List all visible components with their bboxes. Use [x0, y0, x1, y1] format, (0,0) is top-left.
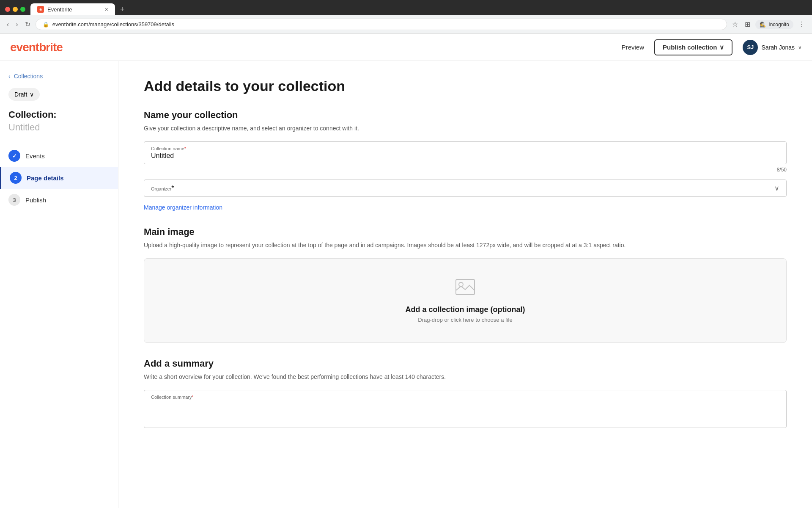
publish-chevron-icon: ∨ [719, 44, 724, 51]
summary-label: Collection summary* [151, 395, 779, 400]
step-circle-publish: 3 [8, 194, 20, 206]
user-menu[interactable]: SJ Sarah Jonas ∨ [743, 40, 802, 55]
back-arrow-icon: ‹ [8, 73, 11, 80]
sidebar-item-events[interactable]: ✓ Events [0, 145, 118, 167]
incognito-icon: 🕵 [760, 22, 766, 28]
step-circle-events: ✓ [8, 150, 20, 162]
collection-prefix-label: Collection: [0, 109, 118, 120]
tab-close-button[interactable]: × [105, 6, 108, 13]
sidebar-item-publish-label: Publish [25, 196, 46, 204]
organizer-chevron-icon: ∨ [774, 184, 779, 192]
publish-collection-button[interactable]: Publish collection ∨ [654, 39, 732, 55]
incognito-label: Incognito [768, 22, 789, 28]
back-label: Collections [14, 73, 43, 80]
draft-label: Draft [14, 91, 27, 98]
organizer-required: * [171, 185, 174, 192]
image-placeholder-icon [455, 279, 475, 299]
sidebar-item-page-details-label: Page details [27, 174, 64, 182]
collection-name-input-wrapper[interactable]: Collection name* [144, 141, 787, 164]
incognito-badge: 🕵 Incognito [755, 20, 793, 29]
user-avatar: SJ [743, 40, 758, 55]
char-count: 8/50 [144, 167, 787, 173]
refresh-button[interactable]: ↻ [23, 19, 32, 30]
summary-section-title: Add a summary [144, 358, 787, 369]
collection-name-display: Untitled [0, 120, 118, 145]
sidebar-item-publish[interactable]: 3 Publish [0, 189, 118, 211]
image-section: Main image Upload a high-quality image t… [144, 226, 787, 343]
lock-icon: 🔒 [43, 22, 49, 28]
organizer-field: Organizer* ∨ [144, 179, 787, 197]
url-display: eventbrite.com/manage/collections/359709… [52, 21, 720, 28]
manage-organizer-link[interactable]: Manage organizer information [144, 204, 222, 211]
step-circle-page-details: 2 [10, 172, 22, 184]
more-options-button[interactable]: ⋮ [797, 19, 807, 30]
sidebar-item-events-label: Events [25, 152, 45, 160]
draft-chevron-icon: ∨ [30, 91, 34, 98]
address-bar[interactable]: 🔒 eventbrite.com/manage/collections/3597… [36, 19, 727, 30]
preview-button[interactable]: Preview [622, 44, 644, 51]
collection-name-label: Collection name* [151, 146, 779, 151]
main-content: Add details to your collection Name your… [118, 61, 812, 508]
top-nav-actions: Preview Publish collection ∨ SJ Sarah Jo… [622, 39, 802, 55]
back-button[interactable]: ‹ [5, 19, 11, 30]
summary-input[interactable] [151, 400, 779, 422]
image-upload-area[interactable]: Add a collection image (optional) Drag-d… [144, 258, 787, 343]
top-nav: eventbrite Preview Publish collection ∨ … [0, 34, 812, 61]
name-section-desc: Give your collection a descriptive name,… [144, 124, 787, 133]
traffic-light-close[interactable] [5, 7, 10, 12]
traffic-light-minimize[interactable] [13, 7, 18, 12]
forward-button[interactable]: › [14, 19, 19, 30]
new-tab-button[interactable]: + [118, 5, 126, 14]
bookmark-button[interactable]: ☆ [730, 19, 740, 30]
image-upload-subtitle: Drag-drop or click here to choose a file [418, 317, 512, 323]
image-section-title: Main image [144, 226, 787, 237]
collection-name-required: * [184, 146, 186, 151]
extensions-button[interactable]: ⊞ [743, 19, 752, 30]
image-upload-title: Add a collection image (optional) [405, 305, 525, 314]
tab-favicon: e [37, 6, 44, 13]
draft-status-button[interactable]: Draft ∨ [8, 88, 40, 101]
name-section-title: Name your collection [144, 110, 787, 121]
sidebar: ‹ Collections Draft ∨ Collection: Untitl… [0, 61, 118, 508]
back-to-collections[interactable]: ‹ Collections [0, 69, 118, 88]
image-section-desc: Upload a high-quality image to represent… [144, 241, 787, 250]
organizer-select[interactable]: Organizer* ∨ [144, 179, 787, 197]
user-name: Sarah Jonas [761, 44, 795, 51]
traffic-light-maximize[interactable] [20, 7, 25, 12]
tab-title: Eventbrite [47, 6, 102, 13]
name-section: Name your collection Give your collectio… [144, 110, 787, 211]
summary-section: Add a summary Write a short overview for… [144, 358, 787, 428]
summary-field: Collection summary* [144, 390, 787, 428]
app-logo[interactable]: eventbrite [10, 41, 63, 54]
publish-label: Publish collection [663, 44, 717, 51]
summary-section-desc: Write a short overview for your collecti… [144, 373, 787, 381]
page-title: Add details to your collection [144, 78, 787, 94]
collection-name-input[interactable] [151, 152, 779, 160]
browser-tab[interactable]: e Eventbrite × [30, 3, 115, 15]
user-chevron-icon: ∨ [798, 44, 802, 50]
summary-input-wrapper[interactable]: Collection summary* [144, 390, 787, 428]
collection-name-field: Collection name* 8/50 [144, 141, 787, 173]
sidebar-item-page-details[interactable]: 2 Page details [0, 167, 118, 189]
organizer-label: Organizer* [151, 185, 174, 192]
